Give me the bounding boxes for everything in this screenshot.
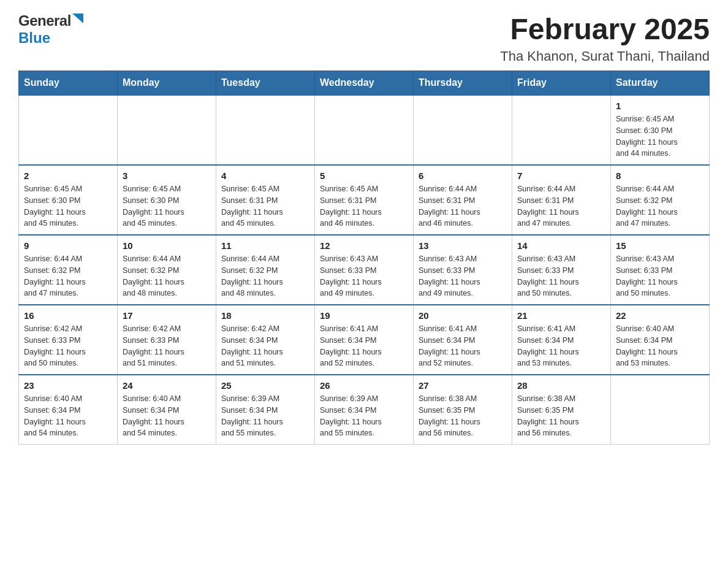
day-number: 4: [221, 170, 309, 181]
day-number: 9: [24, 240, 112, 251]
title-area: February 2025 Tha Khanon, Surat Thani, T…: [500, 12, 710, 64]
col-monday: Monday: [118, 71, 216, 96]
day-info: Sunrise: 6:43 AMSunset: 6:33 PMDaylight:…: [320, 253, 408, 299]
calendar-cell: 28Sunrise: 6:38 AMSunset: 6:35 PMDayligh…: [512, 375, 611, 445]
day-number: 23: [24, 380, 112, 391]
day-info: Sunrise: 6:41 AMSunset: 6:34 PMDaylight:…: [320, 323, 408, 369]
col-sunday: Sunday: [19, 71, 118, 96]
day-info: Sunrise: 6:39 AMSunset: 6:34 PMDaylight:…: [320, 393, 408, 439]
day-info: Sunrise: 6:42 AMSunset: 6:33 PMDaylight:…: [123, 323, 211, 369]
day-number: 11: [221, 240, 309, 251]
day-number: 27: [419, 380, 507, 391]
calendar-cell: 18Sunrise: 6:42 AMSunset: 6:34 PMDayligh…: [216, 305, 315, 375]
calendar-cell: 23Sunrise: 6:40 AMSunset: 6:34 PMDayligh…: [19, 375, 118, 445]
logo-general-text: General: [18, 12, 71, 29]
day-number: 2: [24, 170, 112, 181]
day-info: Sunrise: 6:45 AMSunset: 6:30 PMDaylight:…: [123, 183, 211, 229]
calendar-cell: 24Sunrise: 6:40 AMSunset: 6:34 PMDayligh…: [118, 375, 216, 445]
week-row-1: 2Sunrise: 6:45 AMSunset: 6:30 PMDaylight…: [19, 165, 710, 235]
calendar-cell: 27Sunrise: 6:38 AMSunset: 6:35 PMDayligh…: [414, 375, 512, 445]
week-row-2: 9Sunrise: 6:44 AMSunset: 6:32 PMDaylight…: [19, 235, 710, 305]
day-info: Sunrise: 6:39 AMSunset: 6:34 PMDaylight:…: [221, 393, 309, 439]
day-number: 12: [320, 240, 408, 251]
calendar-cell: 4Sunrise: 6:45 AMSunset: 6:31 PMDaylight…: [216, 165, 315, 235]
logo: General Blue: [18, 12, 83, 47]
day-info: Sunrise: 6:44 AMSunset: 6:32 PMDaylight:…: [24, 253, 112, 299]
calendar-cell: [216, 95, 315, 165]
calendar-cell: 7Sunrise: 6:44 AMSunset: 6:31 PMDaylight…: [512, 165, 611, 235]
calendar-cell: 10Sunrise: 6:44 AMSunset: 6:32 PMDayligh…: [118, 235, 216, 305]
day-number: 13: [419, 240, 507, 251]
calendar-cell: 22Sunrise: 6:40 AMSunset: 6:34 PMDayligh…: [611, 305, 710, 375]
day-number: 22: [616, 310, 704, 321]
day-number: 24: [123, 380, 211, 391]
day-info: Sunrise: 6:40 AMSunset: 6:34 PMDaylight:…: [24, 393, 112, 439]
calendar-cell: [414, 95, 512, 165]
calendar-cell: [315, 95, 414, 165]
day-number: 18: [221, 310, 309, 321]
day-info: Sunrise: 6:45 AMSunset: 6:30 PMDaylight:…: [616, 113, 704, 159]
calendar-cell: 3Sunrise: 6:45 AMSunset: 6:30 PMDaylight…: [118, 165, 216, 235]
day-info: Sunrise: 6:42 AMSunset: 6:33 PMDaylight:…: [24, 323, 112, 369]
calendar-cell: 20Sunrise: 6:41 AMSunset: 6:34 PMDayligh…: [414, 305, 512, 375]
days-of-week-row: Sunday Monday Tuesday Wednesday Thursday…: [19, 71, 710, 96]
day-info: Sunrise: 6:44 AMSunset: 6:32 PMDaylight:…: [221, 253, 309, 299]
calendar-cell: 12Sunrise: 6:43 AMSunset: 6:33 PMDayligh…: [315, 235, 414, 305]
day-number: 25: [221, 380, 309, 391]
calendar-cell: 6Sunrise: 6:44 AMSunset: 6:31 PMDaylight…: [414, 165, 512, 235]
calendar-cell: 1Sunrise: 6:45 AMSunset: 6:30 PMDaylight…: [611, 95, 710, 165]
day-number: 5: [320, 170, 408, 181]
calendar-cell: 25Sunrise: 6:39 AMSunset: 6:34 PMDayligh…: [216, 375, 315, 445]
day-info: Sunrise: 6:44 AMSunset: 6:31 PMDaylight:…: [517, 183, 605, 229]
day-number: 10: [123, 240, 211, 251]
day-info: Sunrise: 6:45 AMSunset: 6:30 PMDaylight:…: [24, 183, 112, 229]
calendar-header: Sunday Monday Tuesday Wednesday Thursday…: [19, 71, 710, 96]
day-number: 28: [517, 380, 605, 391]
day-info: Sunrise: 6:40 AMSunset: 6:34 PMDaylight:…: [123, 393, 211, 439]
calendar-cell: 17Sunrise: 6:42 AMSunset: 6:33 PMDayligh…: [118, 305, 216, 375]
calendar-cell: 21Sunrise: 6:41 AMSunset: 6:34 PMDayligh…: [512, 305, 611, 375]
calendar-cell: 26Sunrise: 6:39 AMSunset: 6:34 PMDayligh…: [315, 375, 414, 445]
day-info: Sunrise: 6:40 AMSunset: 6:34 PMDaylight:…: [616, 323, 704, 369]
day-number: 8: [616, 170, 704, 181]
page-header: General Blue February 2025 Tha Khanon, S…: [18, 12, 710, 64]
day-number: 20: [419, 310, 507, 321]
logo-arrow-icon: [72, 13, 83, 26]
day-info: Sunrise: 6:41 AMSunset: 6:34 PMDaylight:…: [419, 323, 507, 369]
day-number: 16: [24, 310, 112, 321]
week-row-3: 16Sunrise: 6:42 AMSunset: 6:33 PMDayligh…: [19, 305, 710, 375]
day-info: Sunrise: 6:38 AMSunset: 6:35 PMDaylight:…: [419, 393, 507, 439]
day-number: 19: [320, 310, 408, 321]
day-number: 1: [616, 101, 704, 111]
col-friday: Friday: [512, 71, 611, 96]
day-info: Sunrise: 6:43 AMSunset: 6:33 PMDaylight:…: [517, 253, 605, 299]
day-info: Sunrise: 6:41 AMSunset: 6:34 PMDaylight:…: [517, 323, 605, 369]
col-thursday: Thursday: [414, 71, 512, 96]
day-info: Sunrise: 6:44 AMSunset: 6:32 PMDaylight:…: [123, 253, 211, 299]
calendar-body: 1Sunrise: 6:45 AMSunset: 6:30 PMDaylight…: [19, 95, 710, 445]
calendar-cell: 2Sunrise: 6:45 AMSunset: 6:30 PMDaylight…: [19, 165, 118, 235]
month-title: February 2025: [500, 12, 710, 46]
day-info: Sunrise: 6:44 AMSunset: 6:31 PMDaylight:…: [419, 183, 507, 229]
day-info: Sunrise: 6:43 AMSunset: 6:33 PMDaylight:…: [419, 253, 507, 299]
calendar-cell: 11Sunrise: 6:44 AMSunset: 6:32 PMDayligh…: [216, 235, 315, 305]
week-row-0: 1Sunrise: 6:45 AMSunset: 6:30 PMDaylight…: [19, 95, 710, 165]
calendar-cell: 19Sunrise: 6:41 AMSunset: 6:34 PMDayligh…: [315, 305, 414, 375]
day-info: Sunrise: 6:42 AMSunset: 6:34 PMDaylight:…: [221, 323, 309, 369]
day-number: 7: [517, 170, 605, 181]
calendar-cell: [512, 95, 611, 165]
day-number: 6: [419, 170, 507, 181]
calendar-cell: 8Sunrise: 6:44 AMSunset: 6:32 PMDaylight…: [611, 165, 710, 235]
week-row-4: 23Sunrise: 6:40 AMSunset: 6:34 PMDayligh…: [19, 375, 710, 445]
col-wednesday: Wednesday: [315, 71, 414, 96]
logo-blue-text: Blue: [18, 29, 50, 46]
calendar-cell: 9Sunrise: 6:44 AMSunset: 6:32 PMDaylight…: [19, 235, 118, 305]
svg-marker-0: [72, 13, 83, 23]
day-number: 21: [517, 310, 605, 321]
day-number: 14: [517, 240, 605, 251]
calendar-cell: 15Sunrise: 6:43 AMSunset: 6:33 PMDayligh…: [611, 235, 710, 305]
day-info: Sunrise: 6:38 AMSunset: 6:35 PMDaylight:…: [517, 393, 605, 439]
day-number: 26: [320, 380, 408, 391]
calendar-cell: 16Sunrise: 6:42 AMSunset: 6:33 PMDayligh…: [19, 305, 118, 375]
day-info: Sunrise: 6:44 AMSunset: 6:32 PMDaylight:…: [616, 183, 704, 229]
